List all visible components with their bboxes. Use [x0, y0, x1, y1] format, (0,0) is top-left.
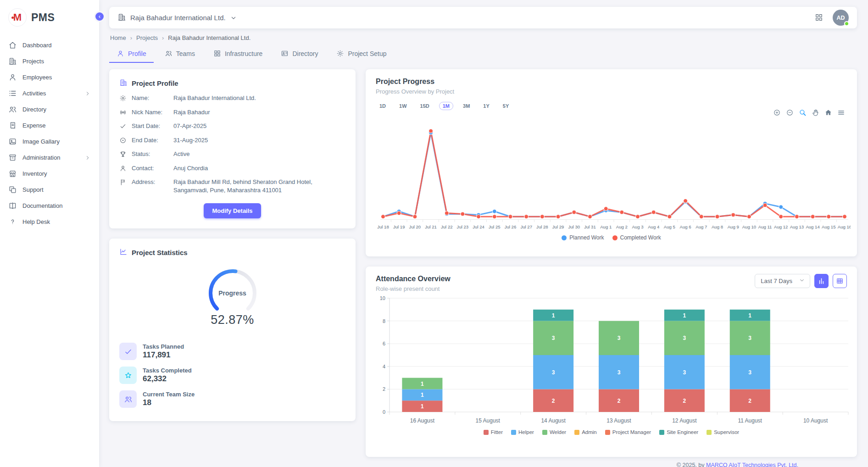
legend-item-welder[interactable]: Welder: [542, 429, 566, 435]
breadcrumb-item-projects[interactable]: Projects: [136, 34, 158, 41]
pan-icon[interactable]: [812, 109, 819, 117]
tab-teams[interactable]: Teams: [157, 46, 202, 63]
sidebar-item-label: Directory: [22, 106, 46, 113]
progress-gauge: Progress 52.87%: [119, 264, 345, 327]
sidebar-collapse-button[interactable]: ‹: [94, 11, 105, 22]
legend-item-fitter[interactable]: Fitter: [484, 429, 503, 435]
bar-view-icon: [818, 277, 825, 285]
chevron-down-icon: [799, 277, 805, 284]
sidebar-item-label: Activities: [22, 90, 46, 97]
tab-profile[interactable]: Profile: [109, 46, 154, 63]
sidebar-item-label: Administration: [22, 154, 60, 161]
sidebar-item-dashboard[interactable]: Dashboard: [0, 38, 99, 53]
field-value: 31-Aug-2025: [173, 136, 345, 145]
chevron-down-icon: [230, 14, 237, 22]
flag-icon: [119, 178, 127, 186]
chevron-right-icon: [84, 90, 91, 97]
user-avatar[interactable]: AD: [833, 10, 849, 26]
zoom-out-icon[interactable]: [786, 109, 794, 117]
attendance-chart[interactable]: 024681011116 August15 August233114 Augus…: [376, 295, 847, 428]
range-1m[interactable]: 1M: [439, 102, 453, 110]
project-progress-chart[interactable]: Jul 18Jul 19Jul 20Jul 21Jul 22Jul 23Jul …: [376, 114, 847, 234]
tab-label: Teams: [176, 50, 195, 57]
svg-text:Jul 21: Jul 21: [425, 224, 437, 229]
range-5y[interactable]: 5Y: [499, 102, 512, 110]
legend-marker: [574, 430, 579, 435]
tab-label: Directory: [292, 50, 318, 57]
legend-marker: [605, 430, 610, 435]
chevron-left-icon: ‹: [99, 13, 100, 19]
project-statistics-card: Project Statistics Progress 52.87% Tasks…: [109, 239, 356, 421]
legend-item-supervisor[interactable]: Supervisor: [707, 429, 739, 435]
sidebar-item-inventory[interactable]: Inventory: [0, 166, 99, 181]
legend-item-completed-work[interactable]: Completed Work: [612, 234, 661, 241]
zoom-in-icon[interactable]: [773, 109, 781, 117]
bar-view-button[interactable]: [814, 274, 829, 288]
tab-infrastructure[interactable]: Infrastructure: [206, 46, 270, 63]
chart-line-icon: [119, 248, 128, 256]
profile-field-start-date: Start Date:07-Apr-2025: [119, 122, 345, 130]
sidebar-nav: DashboardProjectsEmployeesActivitiesDire…: [0, 34, 99, 229]
legend-marker: [511, 430, 516, 435]
legend-label: Admin: [582, 429, 597, 435]
range-15d[interactable]: 15D: [417, 102, 433, 110]
profile-field-address: Address:Raja Bahadur Mill Rd, behind She…: [119, 178, 345, 194]
sidebar-item-label: Employees: [22, 74, 52, 81]
svg-text:Aug 9: Aug 9: [728, 224, 739, 229]
legend-item-admin[interactable]: Admin: [574, 429, 597, 435]
menu-icon[interactable]: [837, 109, 845, 117]
svg-text:Aug 2: Aug 2: [616, 224, 628, 229]
svg-text:Aug 6: Aug 6: [680, 224, 691, 229]
svg-text:3: 3: [683, 369, 686, 376]
profile-field-status: Status:Active: [119, 150, 345, 158]
user-icon: [117, 50, 124, 57]
modify-details-button[interactable]: Modify Details: [204, 203, 261, 218]
sidebar-item-support[interactable]: Support: [0, 182, 99, 197]
reset-home-icon[interactable]: [824, 109, 832, 117]
sidebar-item-projects[interactable]: Projects: [0, 54, 99, 69]
legend-item-site-engineer[interactable]: Site Engineer: [659, 429, 698, 435]
svg-text:Jul 20: Jul 20: [409, 224, 421, 229]
svg-text:11 August: 11 August: [738, 417, 762, 424]
breadcrumb-item-home[interactable]: Home: [110, 34, 126, 41]
sidebar-item-label: Expense: [22, 122, 46, 129]
legend-item-helper[interactable]: Helper: [511, 429, 534, 435]
company-name: Raja Bahadur International Ltd.: [130, 14, 226, 22]
main-content: Raja Bahadur International Ltd. AD Home›…: [99, 0, 868, 467]
tab-label: Project Setup: [348, 50, 386, 57]
legend-item-project-manager[interactable]: Project Manager: [605, 429, 651, 435]
apps-grid-icon[interactable]: [814, 13, 824, 23]
sidebar-item-help-desk[interactable]: Help Desk: [0, 214, 99, 229]
tab-directory[interactable]: Directory: [273, 46, 325, 63]
sidebar-item-documentation[interactable]: Documentation: [0, 198, 99, 213]
sidebar-item-activities[interactable]: Activities: [0, 86, 99, 101]
sidebar-item-image-gallary[interactable]: Image Gallary: [0, 134, 99, 149]
range-1y[interactable]: 1Y: [479, 102, 493, 110]
attendance-overview-card: Attendance Overview Role-wise present co…: [366, 267, 857, 457]
stat-current-team-size: Current Team Size18: [119, 390, 345, 408]
svg-text:Jul 29: Jul 29: [552, 224, 564, 229]
sidebar-item-employees[interactable]: Employees: [0, 70, 99, 85]
selection-zoom-icon[interactable]: [799, 109, 807, 117]
sidebar-item-directory[interactable]: Directory: [0, 102, 99, 117]
sidebar-item-administration[interactable]: Administration: [0, 150, 99, 165]
range-1w[interactable]: 1W: [395, 102, 411, 110]
tab-project-setup[interactable]: Project Setup: [329, 46, 394, 63]
svg-text:2: 2: [383, 386, 385, 392]
range-3m[interactable]: 3M: [459, 102, 473, 110]
footer-copyright: © 2025, by: [677, 462, 706, 467]
sidebar-item-expense[interactable]: Expense: [0, 118, 99, 133]
receipt-icon: [8, 121, 17, 130]
breadcrumb-separator: ›: [130, 34, 132, 41]
range-1d[interactable]: 1D: [376, 102, 389, 110]
profile-field-name: Name:Raja Bahadur International Ltd.: [119, 94, 345, 102]
brand-logo[interactable]: M PMS: [0, 0, 99, 34]
sidebar-item-label: Support: [22, 186, 44, 193]
gauge-value: 52.87%: [119, 313, 345, 327]
user-icon: [8, 73, 17, 82]
legend-item-planned-work[interactable]: Planned Work: [562, 234, 604, 241]
date-range-select[interactable]: Last 7 Days: [755, 274, 810, 288]
table-view-button[interactable]: [833, 274, 847, 288]
footer-company-link[interactable]: MARCO AIoT Technologies Pvt. Ltd.: [706, 462, 798, 467]
company-selector[interactable]: Raja Bahadur International Ltd.: [117, 13, 237, 23]
